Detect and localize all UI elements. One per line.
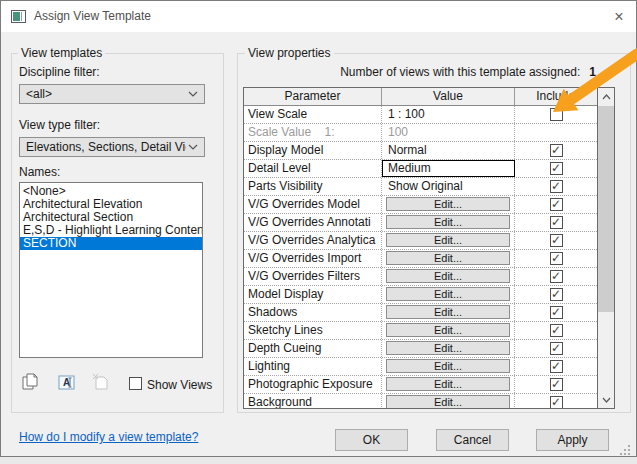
include-cell: ✓ (515, 358, 597, 375)
include-checkbox[interactable]: ✓ (550, 342, 563, 355)
list-item[interactable]: SECTION (20, 237, 202, 250)
assigned-count-note: Number of views with this template assig… (301, 65, 596, 79)
view-type-filter-label: View type filter: (19, 118, 100, 132)
parameter-cell: V/G Overrides Import (244, 250, 382, 267)
include-cell: ✓ (515, 178, 597, 195)
apply-button[interactable]: Apply (536, 429, 609, 451)
view-properties-group-title: View properties (245, 46, 334, 60)
value-cell[interactable]: Edit... (382, 340, 515, 357)
include-cell: ✓ (515, 304, 597, 321)
include-checkbox[interactable]: ✓ (550, 396, 563, 409)
list-item[interactable]: E,S,D - Highlight Learning Content (20, 224, 202, 237)
include-checkbox[interactable]: ✓ (550, 198, 563, 211)
include-checkbox[interactable] (550, 108, 563, 121)
grid-scrollbar[interactable] (597, 88, 614, 408)
edit-button[interactable]: Edit... (386, 305, 510, 319)
include-checkbox[interactable]: ✓ (550, 252, 563, 265)
table-row: V/G Overrides ModelEdit...✓ (244, 196, 597, 214)
edit-button[interactable]: Edit... (386, 395, 510, 409)
include-checkbox[interactable]: ✓ (550, 234, 563, 247)
value-cell[interactable]: Edit... (382, 250, 515, 267)
value-cell[interactable]: Edit... (382, 286, 515, 303)
edit-button[interactable]: Edit... (386, 377, 510, 391)
edit-button[interactable]: Edit... (386, 269, 510, 283)
view-type-filter-value: Elevations, Sections, Detail Views (26, 140, 186, 154)
show-views-checkbox[interactable] (129, 377, 142, 390)
column-header-parameter[interactable]: Parameter (244, 88, 382, 105)
value-cell[interactable]: Normal (382, 142, 515, 159)
app-icon (11, 10, 26, 23)
assign-view-template-dialog: Assign View Template × View templates Di… (0, 0, 637, 457)
table-row: Detail LevelMedium✓ (244, 160, 597, 178)
list-item[interactable]: Architectural Section (20, 211, 202, 224)
table-row: LightingEdit...✓ (244, 358, 597, 376)
include-checkbox[interactable]: ✓ (550, 360, 563, 373)
edit-button[interactable]: Edit... (386, 359, 510, 373)
parameter-cell: Detail Level (244, 160, 382, 177)
include-checkbox[interactable]: ✓ (550, 288, 563, 301)
edit-button[interactable]: Edit... (386, 215, 510, 229)
parameter-cell: V/G Overrides Filters (244, 268, 382, 285)
edit-button[interactable]: Edit... (386, 251, 510, 265)
value-cell[interactable]: Show Original (382, 178, 515, 195)
scroll-up-icon[interactable] (598, 88, 614, 105)
parameter-cell: Model Display (244, 286, 382, 303)
include-checkbox[interactable]: ✓ (550, 306, 563, 319)
parameter-cell: View Scale (244, 106, 382, 123)
column-header-value[interactable]: Value (382, 88, 515, 105)
duplicate-icon[interactable] (22, 373, 40, 394)
delete-icon (92, 373, 110, 394)
table-row: Scale Value 1:100 (244, 124, 597, 142)
title-bar[interactable]: Assign View Template × (1, 1, 636, 32)
list-item[interactable]: <None> (20, 185, 202, 198)
list-item[interactable]: Architectural Elevation (20, 198, 202, 211)
edit-button[interactable]: Edit... (386, 197, 510, 211)
include-checkbox[interactable]: ✓ (550, 180, 563, 193)
rename-icon[interactable]: A (58, 375, 76, 394)
scrollbar-thumb[interactable] (598, 106, 614, 312)
view-type-filter-dropdown[interactable]: Elevations, Sections, Detail Views (19, 137, 205, 157)
include-checkbox[interactable]: ✓ (550, 270, 563, 283)
scroll-down-icon[interactable] (598, 391, 614, 408)
value-cell[interactable]: Medium (382, 160, 515, 177)
value-cell[interactable]: Edit... (382, 214, 515, 231)
value-cell[interactable]: Edit... (382, 358, 515, 375)
dialog-title: Assign View Template (34, 9, 151, 23)
include-cell: ✓ (515, 286, 597, 303)
edit-button[interactable]: Edit... (386, 323, 510, 337)
value-cell[interactable]: Edit... (382, 196, 515, 213)
value-cell[interactable]: Edit... (382, 376, 515, 393)
edit-button[interactable]: Edit... (386, 341, 510, 355)
value-cell[interactable]: Edit... (382, 268, 515, 285)
value-cell[interactable]: Edit... (382, 322, 515, 339)
include-checkbox[interactable]: ✓ (550, 378, 563, 391)
value-cell[interactable]: 100 (382, 124, 515, 141)
value-cell[interactable]: 1 : 100 (382, 106, 515, 123)
view-templates-group-title: View templates (18, 46, 105, 60)
table-row: V/G Overrides ImportEdit...✓ (244, 250, 597, 268)
discipline-filter-dropdown[interactable]: <all> (19, 84, 205, 104)
assigned-count-label: Number of views with this template assig… (340, 65, 580, 79)
parameter-cell: V/G Overrides Annotati (244, 214, 382, 231)
value-cell[interactable]: Edit... (382, 304, 515, 321)
close-icon[interactable]: × (606, 5, 632, 29)
table-row: Sketchy LinesEdit...✓ (244, 322, 597, 340)
column-header-include[interactable]: Include (515, 88, 596, 105)
parameter-cell: Photographic Exposure (244, 376, 382, 393)
table-row: V/G Overrides AnnotatiEdit...✓ (244, 214, 597, 232)
parameter-cell: V/G Overrides Analytica (244, 232, 382, 249)
cancel-button[interactable]: Cancel (436, 429, 509, 451)
table-row: Depth CueingEdit...✓ (244, 340, 597, 358)
ok-button[interactable]: OK (335, 429, 408, 451)
table-row: Photographic ExposureEdit...✓ (244, 376, 597, 394)
value-cell[interactable]: Edit... (382, 232, 515, 249)
include-checkbox[interactable]: ✓ (550, 324, 563, 337)
edit-button[interactable]: Edit... (386, 233, 510, 247)
include-checkbox[interactable]: ✓ (550, 162, 563, 175)
include-checkbox[interactable]: ✓ (550, 216, 563, 229)
include-cell: ✓ (515, 160, 597, 177)
value-cell[interactable]: Edit... (382, 394, 515, 409)
include-checkbox[interactable]: ✓ (550, 144, 563, 157)
help-link[interactable]: How do I modify a view template? (19, 430, 198, 444)
edit-button[interactable]: Edit... (386, 287, 510, 301)
